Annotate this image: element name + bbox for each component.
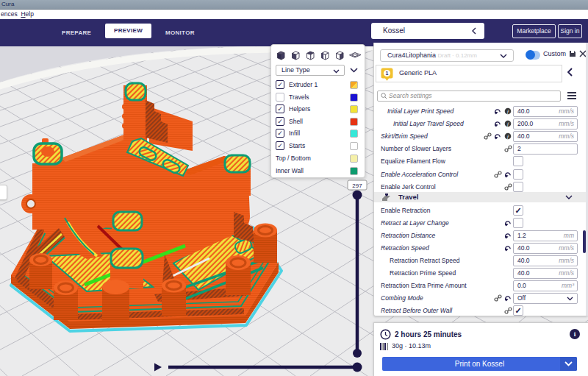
svg-text:1: 1: [386, 71, 389, 76]
svg-text:297: 297: [352, 182, 362, 189]
